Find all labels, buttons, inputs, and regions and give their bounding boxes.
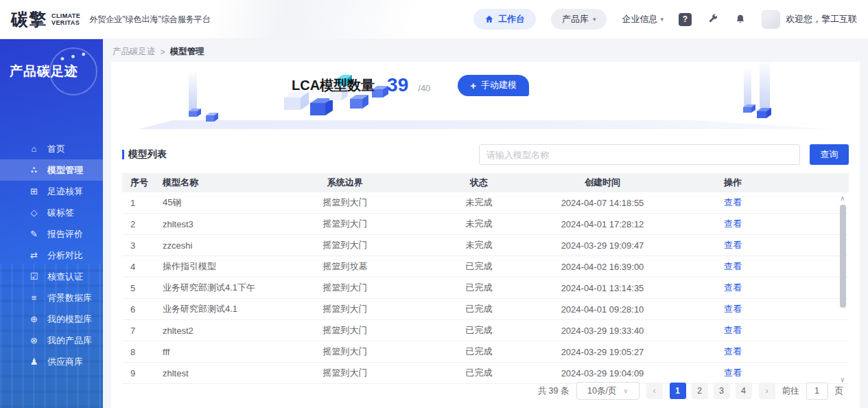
select-caret-icon: ∨	[623, 387, 628, 394]
system-boundary: 摇篮到大门	[280, 303, 410, 315]
model-management-icon: ∴	[29, 165, 39, 175]
view-link[interactable]: 查看	[724, 240, 742, 250]
breadcrumb-separator-icon: >	[161, 47, 165, 57]
manual-modeling-button[interactable]: + 手动建模	[458, 75, 529, 96]
status-text: 未完成	[410, 196, 548, 209]
view-link[interactable]: 查看	[724, 218, 742, 229]
breadcrumb-current: 模型管理	[170, 46, 204, 58]
col-action: 操作	[657, 177, 808, 189]
model-search-input[interactable]	[479, 144, 800, 165]
page-button-1[interactable]: 1	[670, 383, 686, 399]
platform-tagline: 外贸企业"绿色出海"综合服务平台	[89, 14, 211, 25]
goto-unit: 页	[835, 385, 844, 397]
row-index: 3	[122, 240, 160, 251]
database-icon: ≡	[29, 293, 39, 303]
pagination: 共 39 条 10条/页 ∨ ‹ 1234 › 前往 页	[538, 382, 843, 400]
system-boundary: 摇篮到大门	[280, 324, 410, 337]
lca-count-total: /40	[418, 83, 430, 93]
table-row: 3 zzceshi 摇篮到大门 未完成 2024-03-29 19:09:47 …	[122, 235, 849, 256]
goto-page-input[interactable]	[806, 383, 828, 400]
status-text: 已完成	[410, 345, 548, 358]
status-text: 未完成	[410, 218, 548, 230]
table-row: 2 zhltest3 摇篮到大门 未完成 2024-04-01 17:28:12…	[122, 214, 849, 235]
status-text: 已完成	[410, 303, 548, 315]
view-link[interactable]: 查看	[724, 282, 742, 293]
page-button-2[interactable]: 2	[692, 383, 708, 399]
created-time: 2024-04-02 16:39:00	[548, 262, 657, 272]
view-link[interactable]: 查看	[724, 197, 742, 207]
list-section-header: 模型列表 查询	[122, 144, 849, 165]
manual-modeling-label: 手动建模	[481, 79, 517, 91]
model-name: 45钢	[160, 196, 280, 209]
sidebar-item-verification[interactable]: ☑ 核查认证	[0, 266, 103, 287]
carbon-label-icon: ◇	[29, 207, 39, 218]
content-card: LCA模型数量 39 /40 + 手动建模 模型列表 查询 序号 模型名称 系统…	[111, 62, 860, 408]
sidebar-item-supplier-library[interactable]: ♟ 供应商库	[0, 351, 103, 372]
model-table: 序号 模型名称 系统边界 状态 创建时间 操作 1 45钢 摇篮到大门 未完成 …	[122, 173, 849, 384]
scroll-up-icon[interactable]: ∧	[840, 194, 845, 203]
sidebar-item-footprint-accounting[interactable]: ⊞ 足迹核算	[0, 181, 103, 202]
help-icon[interactable]: ?	[679, 13, 692, 26]
footprint-calc-icon: ⊞	[29, 186, 39, 196]
goto-label: 前往	[782, 385, 799, 397]
row-index: 6	[122, 304, 160, 315]
welcome-text: 欢迎您，擎工互联	[786, 13, 857, 25]
sidebar-item-analysis-compare[interactable]: ⇄ 分析对比	[0, 245, 103, 266]
prev-page-button[interactable]: ‹	[646, 383, 663, 399]
top-header: 碳擎 CLIMATEVERITAS 外贸企业"绿色出海"综合服务平台 工作台 产…	[0, 0, 868, 39]
page-size-value: 10条/页	[587, 385, 616, 397]
notification-bell-icon[interactable]	[734, 13, 747, 25]
analysis-compare-icon: ⇄	[29, 250, 39, 260]
search-button[interactable]: 查询	[810, 144, 849, 165]
view-link[interactable]: 查看	[724, 325, 742, 335]
page-buttons: 1234	[670, 383, 752, 399]
sidebar-item-label: 报告评价	[47, 228, 83, 240]
table-body: 1 45钢 摇篮到大门 未完成 2024-04-07 14:18:55 查看 2…	[122, 192, 849, 384]
sidebar-item-label: 首页	[47, 143, 65, 155]
page-button-3[interactable]: 3	[714, 383, 730, 399]
table-row: 5 业务研究部测试4.1下午 摇篮到大门 已完成 2024-04-01 13:1…	[122, 277, 849, 299]
page-size-select[interactable]: 10条/页 ∨	[576, 382, 640, 400]
status-text: 已完成	[410, 260, 548, 273]
chevron-down-icon: ▾	[660, 16, 664, 23]
user-avatar[interactable]	[762, 10, 780, 29]
model-name: 业务研究部测试4.1	[160, 303, 280, 315]
model-list-title: 模型列表	[128, 148, 167, 161]
company-info-menu[interactable]: 企业信息 ▾	[622, 13, 664, 25]
row-index: 2	[122, 219, 160, 229]
sidebar-item-model-management[interactable]: ∴ 模型管理	[0, 159, 103, 181]
sidebar-item-my-product-library[interactable]: ⊗ 我的产品库	[0, 330, 103, 351]
workbench-button[interactable]: 工作台	[473, 9, 536, 30]
brand-logo: 碳擎 CLIMATEVERITAS 外贸企业"绿色出海"综合服务平台	[11, 8, 211, 31]
total-count-text: 共 39 条	[538, 385, 570, 397]
system-boundary: 摇篮到坟墓	[280, 260, 410, 273]
sidebar-item-my-model-library[interactable]: ⊕ 我的模型库	[0, 308, 103, 330]
table-row: 7 zhltest2 摇篮到大门 已完成 2024-03-29 19:33:40…	[122, 320, 849, 341]
model-name: 操作指引模型	[160, 260, 280, 273]
sidebar-item-label: 背景数据库	[47, 292, 92, 304]
my-model-lib-icon: ⊕	[29, 314, 39, 324]
view-link[interactable]: 查看	[724, 261, 742, 271]
sidebar-item-carbon-label[interactable]: ◇ 碳标签	[0, 202, 103, 223]
shield-check-icon: ☑	[29, 271, 39, 282]
scrollbar-thumb[interactable]	[840, 205, 846, 308]
table-row: 4 操作指引模型 摇篮到坟墓 已完成 2024-04-02 16:39:00 查…	[122, 256, 849, 277]
sidebar-item-home[interactable]: ⌂ 首页	[0, 138, 103, 159]
next-page-button[interactable]: ›	[759, 383, 775, 399]
view-link[interactable]: 查看	[724, 367, 742, 378]
view-link[interactable]: 查看	[724, 346, 742, 356]
company-info-label: 企业信息	[622, 13, 657, 25]
sidebar-item-report-evaluation[interactable]: ✎ 报告评价	[0, 223, 103, 245]
sidebar-item-background-database[interactable]: ≡ 背景数据库	[0, 287, 103, 308]
page-button-4[interactable]: 4	[736, 383, 752, 399]
product-library-menu[interactable]: 产品库 ▾	[551, 9, 607, 30]
created-time: 2024-04-07 14:18:55	[548, 198, 657, 208]
breadcrumb-parent[interactable]: 产品碳足迹	[113, 46, 156, 58]
created-time: 2024-03-29 19:04:09	[548, 368, 657, 378]
scrollbar-track[interactable]	[840, 203, 846, 375]
created-time: 2024-03-29 19:33:40	[548, 326, 657, 336]
sidebar-item-label: 模型管理	[47, 164, 83, 177]
tools-wrench-icon[interactable]	[707, 13, 719, 25]
view-link[interactable]: 查看	[724, 304, 742, 314]
sidebar-menu: ⌂ 首页 ∴ 模型管理 ⊞ 足迹核算 ◇ 碳标签 ✎ 报告评价 ⇄ 分析对比 ☑…	[0, 138, 103, 372]
